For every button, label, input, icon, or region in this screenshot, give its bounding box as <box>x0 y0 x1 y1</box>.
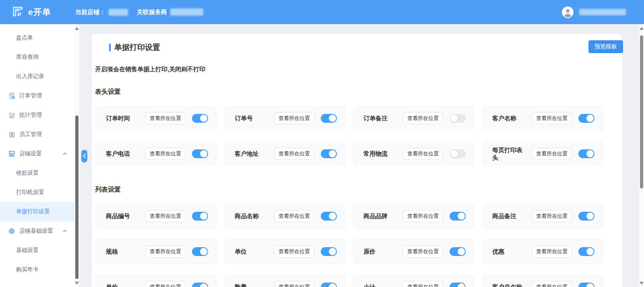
setting-label: 小计 <box>363 283 396 287</box>
toggle-switch[interactable] <box>192 114 208 123</box>
top-bar: e e开单 当前店铺： 关联服务商 <box>0 0 644 24</box>
setting-item-order-number: 订单号查看所在位置 <box>225 106 345 131</box>
user-avatar-icon[interactable] <box>562 6 574 18</box>
toggle-switch[interactable] <box>321 149 337 158</box>
view-location-button[interactable]: 查看所在位置 <box>274 148 314 160</box>
chevron-up-icon[interactable] <box>62 229 67 233</box>
view-location-button[interactable]: 查看所在位置 <box>274 281 314 287</box>
sidebar-item-label: 购买年卡 <box>16 266 39 273</box>
toggle-switch[interactable] <box>321 212 337 221</box>
view-location-button[interactable]: 查看所在位置 <box>532 281 572 287</box>
toggle-switch[interactable] <box>578 283 594 287</box>
view-location-button[interactable]: 查看所在位置 <box>532 148 572 160</box>
page-title: 单据打印设置 <box>114 42 160 53</box>
toggle-knob <box>329 213 336 220</box>
setting-item-customer-name: 客户名称查看所在位置 <box>482 106 603 131</box>
scroll-down-icon[interactable] <box>74 281 79 285</box>
toggle-knob <box>586 283 594 287</box>
view-location-button[interactable]: 查看所在位置 <box>274 112 314 124</box>
toggle-switch[interactable] <box>450 212 466 221</box>
toggle-knob <box>458 248 465 255</box>
toggle-switch[interactable] <box>192 212 208 221</box>
view-location-button[interactable]: 查看所在位置 <box>145 210 186 222</box>
view-location-button[interactable]: 查看所在位置 <box>532 246 572 258</box>
view-location-button[interactable]: 查看所在位置 <box>145 148 186 160</box>
view-location-button[interactable]: 查看所在位置 <box>403 210 443 222</box>
setting-item-customer-address: 客户地址查看所在位置 <box>225 141 345 166</box>
setting-item-customer-phone: 客户电话查看所在位置 <box>96 141 217 166</box>
setting-label: 商品品牌 <box>363 212 396 220</box>
sidebar-item-statistics-management[interactable]: 统计管理 <box>0 105 74 125</box>
svg-text:e: e <box>17 10 21 18</box>
sidebar-collapse-handle[interactable] <box>81 150 87 163</box>
toggle-knob <box>586 213 594 220</box>
chevron-up-icon[interactable] <box>62 151 67 156</box>
toggle-switch[interactable] <box>450 114 466 123</box>
view-location-button[interactable]: 查看所在位置 <box>145 246 186 258</box>
sidebar-item-printer-settings[interactable]: 打印机设置 <box>0 183 74 202</box>
toggle-knob <box>200 150 207 157</box>
stats-edit-icon <box>8 111 15 119</box>
sidebar-item-staff-management[interactable]: 员工管理 <box>0 125 74 144</box>
scroll-up-icon[interactable] <box>74 26 79 31</box>
sidebar-item-store-basic-settings[interactable]: 店铺基础设置 <box>0 221 74 241</box>
sidebar-item-stock-in-out-records[interactable]: 出入库记录 <box>0 67 74 86</box>
preview-template-button[interactable]: 预览模板 <box>588 40 623 53</box>
view-location-button[interactable]: 查看所在位置 <box>403 148 443 160</box>
setting-item-print-header-every-page: 每页打印表头查看所在位置 <box>482 141 603 166</box>
toggle-switch[interactable] <box>450 149 466 158</box>
sidebar-scrollbar-thumb[interactable] <box>75 116 78 279</box>
view-location-button[interactable]: 查看所在位置 <box>145 281 186 287</box>
setting-label: 客户总欠款 <box>492 283 525 287</box>
scroll-up-icon[interactable] <box>639 26 644 31</box>
toggle-knob <box>200 213 207 220</box>
view-location-button[interactable]: 查看所在位置 <box>274 210 314 222</box>
sidebar-item-stock-query[interactable]: 库存查询 <box>0 47 74 67</box>
printer-logo-icon: e <box>10 5 24 19</box>
setting-label: 订单号 <box>235 114 268 122</box>
sidebar-item-store-settings[interactable]: 店铺设置 <box>0 144 74 163</box>
toggle-switch[interactable] <box>450 247 466 256</box>
setting-item-subtotal: 小计查看所在位置 <box>353 275 474 287</box>
window-scrollbar-thumb[interactable] <box>640 35 643 188</box>
setting-label: 商品编号 <box>106 212 139 220</box>
view-location-button[interactable]: 查看所在位置 <box>532 112 572 124</box>
app-logo[interactable]: e e开单 <box>10 5 51 19</box>
window-scrollbar[interactable] <box>639 24 644 287</box>
toggle-switch[interactable] <box>578 149 594 158</box>
setting-item-common-logistics: 常用物流查看所在位置 <box>353 141 474 166</box>
username-redacted <box>579 9 626 15</box>
setting-item-product-name: 商品名称查看所在位置 <box>225 204 345 229</box>
view-location-button[interactable]: 查看所在位置 <box>403 246 443 258</box>
view-location-button[interactable]: 查看所在位置 <box>145 112 186 124</box>
toggle-switch[interactable] <box>192 247 208 256</box>
toggle-switch[interactable] <box>192 149 208 158</box>
sidebar-item-order-management[interactable]: 订单管理 <box>0 86 74 105</box>
toggle-switch[interactable] <box>321 247 337 256</box>
view-location-button[interactable]: 查看所在位置 <box>274 246 314 258</box>
toggle-switch[interactable] <box>578 247 594 256</box>
toggle-switch[interactable] <box>578 114 594 123</box>
scroll-down-icon[interactable] <box>639 281 644 285</box>
sidebar-item-payment-settings[interactable]: 收款设置 <box>0 163 74 183</box>
service-provider-label: 关联服务商 <box>137 8 167 16</box>
toggle-switch[interactable] <box>450 283 466 287</box>
sidebar-item-buy-annual-card[interactable]: 购买年卡 <box>0 260 74 279</box>
current-store-name-redacted <box>109 9 128 16</box>
toggle-switch[interactable] <box>321 283 337 287</box>
sidebar-scrollbar[interactable] <box>74 24 79 287</box>
setting-label: 订单时间 <box>106 114 139 122</box>
toggle-switch[interactable] <box>321 114 337 123</box>
sidebar-item-basic-settings[interactable]: 基础设置 <box>0 241 74 260</box>
sidebar-item-inventory-check[interactable]: 盘点单 <box>0 28 74 47</box>
sidebar-item-document-print-settings[interactable]: 单据打印设置 <box>0 202 74 221</box>
view-location-button[interactable]: 查看所在位置 <box>403 112 443 124</box>
view-location-button[interactable]: 查看所在位置 <box>403 281 443 287</box>
toggle-switch[interactable] <box>192 283 208 287</box>
setting-label: 商品名称 <box>235 212 268 220</box>
setting-label: 单位 <box>235 248 268 256</box>
toggle-knob <box>586 115 594 122</box>
toggle-switch[interactable] <box>578 212 594 221</box>
setting-label: 优惠 <box>492 248 525 256</box>
view-location-button[interactable]: 查看所在位置 <box>532 210 572 222</box>
